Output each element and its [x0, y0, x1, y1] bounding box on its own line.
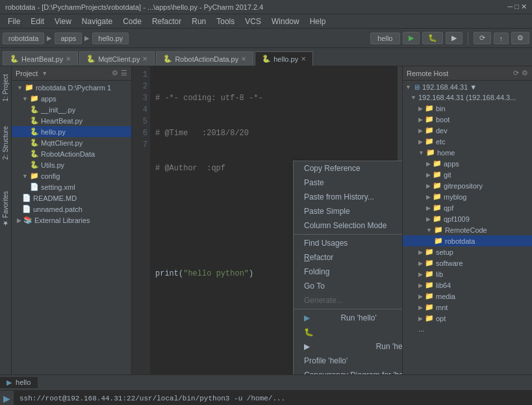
ctx-run-coverage[interactable]: ▶ Run 'hello' with Coverage [294, 339, 402, 354]
settings-btn[interactable]: ⚙ [511, 32, 529, 44]
ctx-goto[interactable]: Go To [294, 279, 402, 293]
tree-apps[interactable]: ▼ 📁 apps [12, 93, 131, 104]
remote-robotdata[interactable]: 📁 robotdata [403, 235, 532, 246]
tab-robotaction[interactable]: 🐍 RobotActionData.py ✕ [156, 51, 253, 66]
tree-heartbeat[interactable]: 🐍 HeartBeat.py [12, 115, 131, 126]
remote-setup[interactable]: ▶ 📁 setup [403, 246, 532, 257]
remote-qpf-label: qpf [444, 204, 453, 212]
tree-apps-label: apps [41, 95, 57, 103]
tab-mqttclient-close[interactable]: ✕ [142, 55, 147, 62]
dev-folder-icon: 📁 [425, 126, 434, 135]
remote-dev[interactable]: ▶ 📁 dev [403, 125, 532, 136]
remote-apps[interactable]: ▶ 📁 apps [403, 158, 532, 169]
tree-config[interactable]: ▼ 📁 config [12, 170, 131, 181]
tree-readme[interactable]: 📄 README.MD [12, 192, 131, 203]
window-controls[interactable]: ─ □ ✕ [507, 3, 527, 11]
favorites-side-btn[interactable]: ★ Favorites [1, 186, 10, 232]
remote-remotecode[interactable]: ▼ 📁 RemoteCode [403, 224, 532, 235]
ctx-paste-history[interactable]: Paste from History... Ctrl+Shift+V [294, 190, 402, 204]
tree-external-libs[interactable]: ▶ 📚 External Libraries [12, 215, 131, 226]
tree-settingxml[interactable]: 📄 setting.xml [12, 181, 131, 192]
remote-opt[interactable]: ▶ 📁 opt [403, 313, 532, 324]
menu-view[interactable]: View [49, 16, 77, 27]
tab-heartbeat-close[interactable]: ✕ [66, 55, 71, 62]
editor-area[interactable]: 1 2 3 4 5 6 7 # -*- coding: utf-8 -*- # … [132, 66, 402, 374]
remote-software[interactable]: ▶ 📁 software [403, 257, 532, 268]
coverage-button[interactable]: ▶ [446, 32, 462, 44]
structure-side-btn[interactable]: 2: Structure [1, 121, 10, 165]
menu-navigate[interactable]: Navigate [77, 16, 118, 27]
file-btn[interactable]: hello.py [92, 33, 129, 44]
ctx-find-usages[interactable]: Find Usages Ctrl+G [294, 236, 402, 250]
menu-code[interactable]: Code [118, 16, 147, 27]
remote-gitrepo[interactable]: ▶ 📁 gitrepository [403, 180, 532, 191]
remote-lib-expand-icon: ▶ [418, 271, 423, 278]
menu-run[interactable]: Run [186, 16, 211, 27]
ctx-copy-reference-label: Copy Reference [304, 164, 361, 173]
remote-settings-icon[interactable]: ⚙ [522, 69, 528, 77]
remote-home[interactable]: ▼ 📁 home [403, 147, 532, 158]
ctx-generate[interactable]: Generate... Alt+Insert [294, 293, 402, 307]
remote-git[interactable]: ▶ 📁 git [403, 169, 532, 180]
remote-media[interactable]: ▶ 📁 media [403, 291, 532, 302]
debug-button[interactable]: 🐛 [422, 32, 443, 44]
tab-heartbeat[interactable]: 🐍 HeartBeat.py ✕ [3, 51, 78, 66]
tab-hello[interactable]: 🐍 hello.py ✕ [255, 51, 313, 66]
tab-hello-close[interactable]: ✕ [301, 55, 306, 62]
tree-mqttclient[interactable]: 🐍 MqttClient.py [12, 137, 131, 148]
vcs-push-btn[interactable]: ↑ [494, 33, 509, 44]
project-side-btn[interactable]: 1: Project [1, 69, 10, 107]
menu-help[interactable]: Help [305, 16, 331, 27]
folder-expand-icon: ▼ [17, 85, 23, 91]
run-play-btn[interactable]: ▶ [3, 393, 10, 404]
remote-mnt[interactable]: ▶ 📁 mnt [403, 302, 532, 313]
remote-lib64[interactable]: ▶ 📁 lib64 [403, 280, 532, 291]
tree-init[interactable]: 🐍 __init__.py [12, 104, 131, 115]
remote-qpf[interactable]: ▶ 📁 qpf [403, 202, 532, 213]
menu-tools[interactable]: Tools [211, 16, 240, 27]
project-panel: Project ▼ ⚙ ☰ ▼ 📁 robotdata D:\Pycharm 1… [12, 66, 132, 374]
tree-robotdata[interactable]: ▼ 📁 robotdata D:\Pycharm 1 [12, 82, 131, 93]
ctx-paste[interactable]: Paste Ctrl+V [294, 176, 402, 190]
ctx-folding[interactable]: Folding [294, 265, 402, 279]
sync-icon[interactable]: ⚙ [112, 69, 118, 77]
remote-myblog[interactable]: ▶ 📁 myblog [403, 191, 532, 202]
toolbar-separator-2: ▶ [84, 34, 90, 42]
run-tab-run-icon: ▶ [6, 378, 12, 386]
apps-btn[interactable]: apps [55, 33, 82, 44]
ctx-refactor[interactable]: Refactor [294, 250, 402, 265]
ctx-debug-hello[interactable]: 🐛 Debug 'hello' [294, 325, 402, 339]
menu-vcs[interactable]: VCS [240, 16, 266, 27]
remote-qpf1009[interactable]: ▶ 📁 qpf1009 [403, 213, 532, 224]
menu-edit[interactable]: Edit [25, 16, 49, 27]
tab-mqttclient[interactable]: 🐍 MqttClient.py ✕ [79, 51, 155, 66]
gear-icon[interactable]: ☰ [121, 69, 127, 77]
remote-server[interactable]: ▼ 🖥 192.168.44.31 ▼ [403, 82, 532, 92]
remote-lib[interactable]: ▶ 📁 lib [403, 268, 532, 280]
ctx-copy-reference[interactable]: Copy Reference Ctrl+Alt+Shift+C [294, 161, 402, 176]
project-dropdown[interactable]: robotdata [3, 33, 44, 44]
run-config-dropdown[interactable]: hello [370, 33, 399, 44]
tree-hello[interactable]: 🐍 hello.py [12, 126, 131, 137]
menu-file[interactable]: File [3, 16, 25, 27]
tree-robotactiondata[interactable]: 🐍 RobotActionData [12, 148, 131, 159]
project-dropdown-icon[interactable]: ▼ [42, 70, 47, 77]
run-button[interactable]: ▶ [403, 32, 420, 44]
remote-boot[interactable]: ▶ 📁 boot [403, 114, 532, 125]
ctx-paste-simple[interactable]: Paste Simple Ctrl+Alt+Shift+V [294, 204, 402, 218]
ctx-run-hello[interactable]: ▶ Run 'hello' Ctrl+Shift+F10 [294, 311, 402, 325]
tree-utils[interactable]: 🐍 Utils.py [12, 159, 131, 170]
run-tab-run[interactable]: ▶ hello [0, 377, 38, 388]
menu-window[interactable]: Window [266, 16, 305, 27]
tab-robotaction-close[interactable]: ✕ [241, 55, 246, 62]
menu-refactor[interactable]: Refactor [147, 16, 186, 27]
remote-refresh-icon[interactable]: ⟳ [513, 69, 519, 77]
vcs-update-btn[interactable]: ⟳ [474, 32, 491, 44]
tree-patch[interactable]: 📄 unnamed.patch [12, 203, 131, 215]
remote-connection[interactable]: ▼ 192.168.44.31 (192.168.44.3... [403, 92, 532, 103]
ctx-column-selection[interactable]: Column Selection Mode Alt+Shift+Insert [294, 218, 402, 233]
ctx-profile-hello[interactable]: Profile 'hello' [294, 354, 402, 368]
ctx-concurrency[interactable]: Concurrency Diagram for 'hello' [294, 368, 402, 374]
remote-bin[interactable]: ▶ 📁 bin [403, 103, 532, 114]
remote-etc[interactable]: ▶ 📁 etc [403, 136, 532, 147]
